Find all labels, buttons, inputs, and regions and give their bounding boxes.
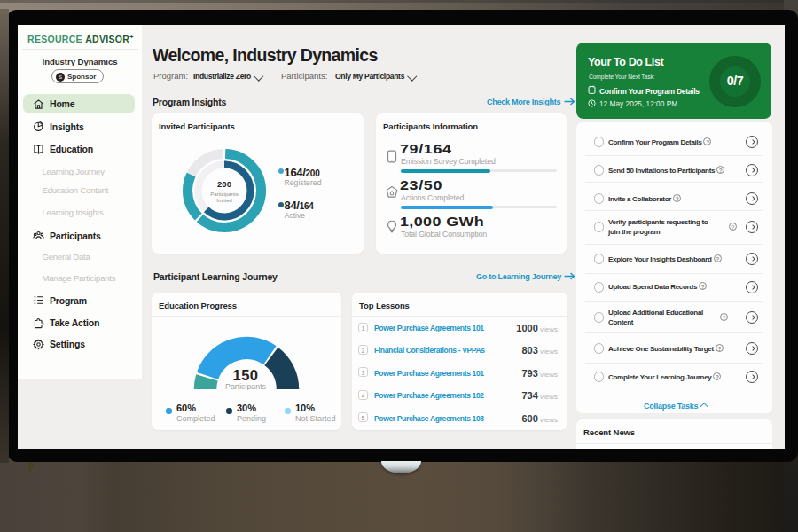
svg-text:Invited: Invited xyxy=(216,197,232,202)
svg-text:Participants: Participants xyxy=(225,382,267,390)
svg-text:200: 200 xyxy=(217,178,231,188)
svg-text:150: 150 xyxy=(232,367,258,383)
svg-text:Participants: Participants xyxy=(210,191,238,196)
